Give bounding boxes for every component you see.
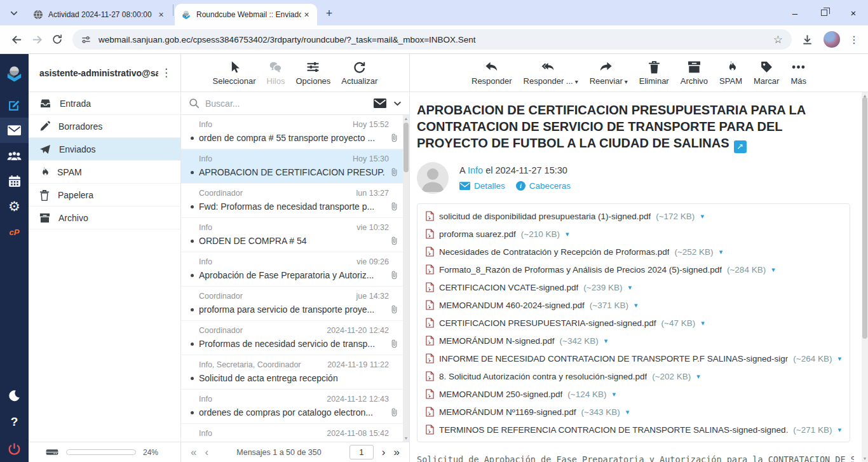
browser-menu-button[interactable]: ⋮ [846,34,862,46]
forward-message-button[interactable]: Reenviar [590,60,623,86]
reload-button[interactable] [47,29,67,50]
refresh-button[interactable]: Actualizar [341,60,377,92]
attachment-item[interactable]: CERTIFICACION PRESUPUESTARIA-signed-sign… [426,314,841,332]
archive-button[interactable]: Archivo [681,60,708,92]
select-button[interactable]: Seleccionar [213,60,256,92]
details-link[interactable]: Detalles [459,181,505,191]
message-row[interactable]: Coordinadorlun 13:27 Fwd: Proformas de n… [181,184,409,218]
attachment-menu-icon[interactable]: ▾ [566,230,569,238]
url-bar[interactable]: webmail.sanjuan.gob.ec/cpsess3846753402/… [72,29,792,50]
help-button[interactable]: ? [0,409,29,435]
message-row[interactable]: Info, Secretaria, Coordinador2024-11-19 … [181,355,409,390]
reader-scrollbar-thumb[interactable] [862,97,867,339]
browser-profile-avatar[interactable] [824,31,840,48]
attachment-item[interactable]: MEMORANDUM 460-2024-signed.pdf(~371 KB)▾ [426,296,841,314]
delete-button[interactable]: Eliminar [639,60,669,92]
next-page-button[interactable]: › [382,447,386,458]
message-row[interactable]: InfoHoy 15:52 orden de compra # 55 trans… [181,115,409,149]
attachment-name[interactable]: MEMORANDUM 250-signed.pdf [439,390,562,399]
attachment-menu-icon[interactable]: ▾ [613,390,616,398]
attachment-name[interactable]: Formato_8_Razón de Proformas y Análisis … [439,265,722,275]
attachment-menu-icon[interactable]: ▾ [626,408,630,416]
reply-all-button[interactable]: Responder ... [524,60,573,86]
folder-borradores[interactable]: Borradores [29,115,180,138]
threads-button[interactable]: Hilos [267,60,285,92]
attachment-menu-icon[interactable]: ▾ [771,266,775,274]
attachment-name[interactable]: Necesidades de Contratación y Recepción … [439,247,669,257]
search-options-chevron-icon[interactable] [393,101,402,106]
nav-calendar[interactable] [0,168,29,194]
open-in-new-window-icon[interactable]: ↗ [734,140,747,153]
attachment-name[interactable]: 8. Solicitud Autorización contra y resol… [439,372,647,381]
message-row[interactable]: Infovie 10:32 ORDEN DE COMPRA # 54 [181,218,409,252]
nav-cpanel[interactable]: cP [0,219,29,245]
message-row[interactable]: Info2024-11-08 15:42 [181,424,409,442]
new-tab-button[interactable]: + [321,5,337,22]
prev-page-button[interactable]: ‹ [205,447,208,458]
tab-close-icon[interactable]: × [301,10,312,20]
options-button[interactable]: Opciones [295,60,330,92]
attachment-item[interactable]: CERTIFICACION VCATE-signed.pdf(~239 KB)▾ [426,278,841,296]
folder-archivo[interactable]: Archivo [29,207,180,229]
message-row[interactable]: Infovie 09:26 Aprobación de Fase Prepara… [181,252,409,287]
folder-entrada[interactable]: Entrada [29,92,180,115]
attachment-menu-icon[interactable]: ▾ [701,319,705,327]
message-row[interactable]: Coordinador2024-11-20 12:42 Proformas de… [181,321,409,355]
scroll-up-icon[interactable]: ▲ [404,116,409,121]
attachment-item[interactable]: Necesidades de Contratación y Recepción … [426,243,841,261]
logout-button[interactable] [0,435,29,462]
attachment-menu-icon[interactable]: ▾ [837,355,841,363]
attachment-item[interactable]: TERMINOS DE REFERENCIA CONTRACION DE TRA… [426,421,841,438]
tab-actividad[interactable]: Actividad 2024-11-27 08:00:00 × [27,4,172,25]
attachment-name[interactable]: MEMORÁNDUM Nº1169-signed.pdf [439,407,576,417]
message-row-selected[interactable]: InfoHoy 15:30 APROBACION DE CERTIFICACIO… [181,149,409,184]
attachment-item[interactable]: INFORME DE NECESIDAD CONTRATACION DE TRA… [426,350,841,367]
more-button[interactable]: Más [790,60,806,92]
nav-settings[interactable]: ⚙ [0,194,29,219]
first-page-button[interactable]: « [191,447,196,458]
attachment-menu-icon[interactable]: ▾ [696,372,700,381]
attachment-item[interactable]: MEMORANDUM 250-signed.pdf(~124 KB)▾ [426,385,616,403]
folder-papelera[interactable]: Papelera [29,184,180,207]
reply-all-caret-icon[interactable]: ▾ [575,78,578,85]
attachment-menu-icon[interactable]: ▾ [700,212,704,221]
bookmark-star-icon[interactable]: ☆ [773,33,783,46]
search-input[interactable] [205,99,368,109]
nav-contacts[interactable] [0,143,29,168]
message-row[interactable]: Info2024-11-12 12:43 ordenes de compras … [181,390,409,424]
scroll-down-icon[interactable]: ▼ [404,436,409,440]
back-button[interactable] [6,29,27,50]
attachment-name[interactable]: solicitud de disponibilidad presupuestar… [439,212,651,221]
attachment-name[interactable]: MEMORANDUM 460-2024-signed.pdf [439,301,585,310]
window-minimize-button[interactable]: – [780,0,810,25]
nav-mail[interactable] [0,118,29,143]
window-close-button[interactable]: × [839,0,868,25]
site-settings-icon[interactable] [81,35,91,44]
reply-button[interactable]: Responder [471,60,512,92]
attachment-name[interactable]: TERMINOS DE REFERENCIA CONTRACION DE TRA… [439,425,788,435]
reader-scrollbar[interactable]: ▲ ▼ [862,92,868,462]
attachment-item[interactable]: proforma suarez.pdf(~210 KB)▾ [426,225,841,243]
tab-search-button[interactable] [5,4,23,22]
spam-button[interactable]: SPAM [719,60,742,92]
attachment-name[interactable]: CERTIFICACION PRESUPUESTARIA-signed-sign… [439,318,656,328]
tab-close-icon[interactable]: × [156,10,166,20]
folder-enviados[interactable]: Enviados [29,138,180,161]
attachment-item[interactable]: MEMORÁNDUM N-signed.pdf(~342 KB)▾ [426,332,841,350]
list-scrollbar-thumb[interactable] [403,123,409,172]
page-number-input[interactable] [349,445,374,459]
to-recipient-link[interactable]: Info [468,165,483,175]
attachment-name[interactable]: proforma suarez.pdf [439,229,516,239]
compose-button[interactable] [0,92,29,118]
headers-link[interactable]: i Cabeceras [516,181,571,191]
account-menu-button[interactable]: ⋮ [158,66,174,79]
attachment-menu-icon[interactable]: ▾ [604,337,608,345]
tab-roundcube[interactable]: Roundcube Webmail :: Enviados × [175,4,317,25]
search-scope-icon[interactable] [374,99,386,108]
scroll-down-icon[interactable]: ▼ [863,456,867,461]
list-scrollbar[interactable]: ▲ ▼ [403,115,409,442]
folder-spam[interactable]: SPAM [29,161,180,184]
attachment-item[interactable]: 8. Solicitud Autorización contra y resol… [426,367,841,385]
forward-caret-icon[interactable]: ▾ [625,78,628,85]
attachment-item[interactable]: MEMORÁNDUM Nº1169-signed.pdf(~343 KB)▾ [426,403,629,421]
